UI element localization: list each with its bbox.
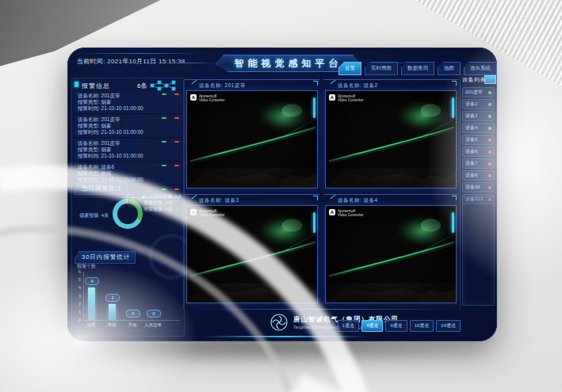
bar-value-bubble: 4 (85, 277, 99, 285)
divider (460, 79, 461, 310)
watermark: A ApowersoftVideo Converter (190, 209, 224, 217)
device-status-dot (488, 174, 491, 177)
y-tick-label: 6 (72, 269, 81, 274)
main-nav: 首页实时画面数据查询地图退出系统 (338, 62, 497, 75)
device-status-dot (488, 127, 491, 130)
device-name: 设备3 (465, 112, 477, 120)
nav-button-5[interactable]: 退出系统 (464, 62, 497, 75)
video-feed[interactable]: A ApowersoftVideo Converter (186, 90, 318, 188)
topology-decoration-icon (149, 80, 181, 91)
video-header: 设备名称: 设备3 (185, 194, 319, 205)
status-indicator-lights (155, 117, 179, 119)
device-list-item[interactable]: 设备5 (462, 135, 495, 145)
video-scrollbar[interactable] (452, 97, 454, 118)
video-device-name: 设备名称: 设备4 (338, 197, 378, 204)
channel-switcher: 1通道4通道9通道16通道24通道 (338, 320, 461, 332)
video-device-name: 设备名称: 设备2 (338, 82, 378, 89)
status-indicator-lights (155, 93, 179, 95)
device-list-item[interactable]: 设备4 (462, 123, 495, 133)
status-indicator-lights (155, 188, 179, 190)
status-indicator-lights (155, 165, 179, 166)
device-status-dot (488, 150, 491, 154)
alarm-time: 报警时间: 21-10-10 01:00:00 (78, 153, 143, 160)
alarm-panel: 报警信息 6条 设备名称: 201皮带报警类型: 烟雾报警时间: 21-10-1… (71, 78, 185, 337)
video-device-name: 设备名称: 201皮带 (199, 82, 246, 89)
video-scrollbar[interactable] (313, 97, 315, 118)
alarm-entry[interactable]: 设备名称: 201皮带报警类型: 烟雾报警时间: 21-10-10 01:00:… (75, 115, 182, 138)
nav-button-2[interactable]: 实时画面 (365, 62, 398, 75)
alarm-time: 报警时间: 21-10-10 01:00:00 (78, 129, 143, 136)
video-device-name: 设备名称: 设备3 (199, 197, 239, 204)
video-scrollbar[interactable] (313, 212, 315, 233)
video-panel-3: 设备名称: 设备3 A ApowersoftVideo Converte (185, 194, 319, 307)
video-feed[interactable]: A ApowersoftVideo Converter (186, 205, 318, 303)
video-header: 设备名称: 设备4 (323, 194, 458, 205)
device-list-item[interactable]: 设备7 (462, 158, 495, 169)
device-status-dot (488, 139, 491, 142)
donut-label: 烟雾报警: 4条 (72, 212, 109, 219)
channel-button-1通道[interactable]: 1通道 (338, 320, 359, 332)
indicator-dash (155, 141, 160, 143)
header-divider (74, 53, 205, 54)
indicator-dash (168, 141, 173, 143)
channel-button-9通道[interactable]: 9通道 (385, 320, 407, 332)
device-list-item[interactable]: 设备2 (462, 99, 495, 109)
status-indicator-lights (155, 141, 179, 143)
indicator-dash (162, 93, 166, 95)
dashboard-window: 当前时间: 2021年10月11日 15:15:38 智能视觉感知平台 首页实时… (67, 48, 497, 341)
alarm-entry[interactable]: 设备名称: 设备6报警类型: 堆煤报警时间: 21-10-10 00:00:00 (75, 162, 182, 185)
indicator-dash (168, 165, 173, 166)
device-list-item[interactable]: 201皮带 (462, 87, 495, 97)
divider (183, 79, 184, 310)
alarm-panel-title: 报警信息 (82, 82, 110, 90)
apowersoft-logo-icon: A (329, 94, 335, 101)
title-wing-left (162, 63, 215, 63)
video-header: 设备名称: 201皮带 (185, 79, 319, 90)
channel-button-4通道[interactable]: 4通道 (361, 320, 383, 332)
device-list-item[interactable]: 设备69 (462, 182, 495, 192)
device-list-tab[interactable] (484, 75, 496, 84)
footer-divider (185, 309, 461, 310)
alarm-entry[interactable]: 设备名称: 201皮带报警类型: 烟雾报警时间: 21-10-10 01:00:… (75, 139, 182, 162)
device-status-dot (488, 186, 491, 189)
device-list: 201皮带设备2设备3设备4设备5设备6设备7设备8设备69设备123 (462, 87, 495, 206)
indicator-dash (155, 165, 160, 166)
watermark: A ApowersoftVideo Converter (329, 94, 363, 102)
screenshot-stage: 当前时间: 2021年10月11日 15:15:38 智能视觉感知平台 首页实时… (0, 0, 562, 392)
video-panel-4: 设备名称: 设备4 A ApowersoftVideo Converte (323, 194, 458, 307)
video-scrollbar[interactable] (452, 212, 454, 233)
indicator-dash (162, 117, 166, 119)
apowersoft-logo-icon: A (329, 209, 335, 215)
y-tick-label: 5 (72, 277, 81, 282)
indicator-dash (162, 165, 166, 166)
indicator-dash (174, 141, 179, 143)
video-feed[interactable]: A ApowersoftVideo Converter (325, 205, 457, 303)
indicator-dash (174, 117, 179, 119)
device-status-dot (488, 91, 491, 94)
device-list-item[interactable]: 设备8 (462, 170, 495, 181)
video-panel-2: 设备名称: 设备2 A ApowersoftVideo Converte (323, 79, 458, 192)
channel-button-24通道[interactable]: 24通道 (436, 320, 461, 332)
video-feed[interactable]: A ApowersoftVideo Converter (325, 90, 457, 188)
alarm-entry[interactable]: 设备名称: 201皮带报警类型: 烟雾报警时间: 21-10-10 01:00:… (75, 91, 182, 114)
indicator-dash (162, 188, 166, 190)
device-status-dot (488, 103, 491, 106)
alarm-count-badge: 6条 (137, 82, 147, 90)
device-name: 201皮带 (465, 89, 483, 96)
device-list-panel: 设备列表 201皮带设备2设备3设备4设备5设备6设备7设备8设备69设备123 (462, 76, 495, 310)
corner-marker-icon (75, 82, 78, 87)
nav-button-4[interactable]: 地图 (438, 62, 461, 75)
indicator-dash (155, 188, 160, 190)
indicator-dash (168, 93, 173, 95)
device-list-item[interactable]: 设备3 (462, 111, 495, 121)
video-header: 设备名称: 设备2 (323, 79, 458, 90)
device-status-dot (488, 162, 491, 166)
nav-button-3[interactable]: 数据查询 (401, 62, 434, 75)
indicator-dash (174, 188, 179, 190)
device-list-item[interactable]: 设备6 (462, 147, 495, 157)
bar-value-bubble: 2 (105, 294, 120, 302)
device-name: 设备69 (465, 184, 480, 191)
channel-button-16通道[interactable]: 16通道 (410, 320, 434, 332)
page-title: 智能视觉感知平台 (235, 57, 342, 70)
nav-button-1[interactable]: 首页 (338, 62, 361, 75)
